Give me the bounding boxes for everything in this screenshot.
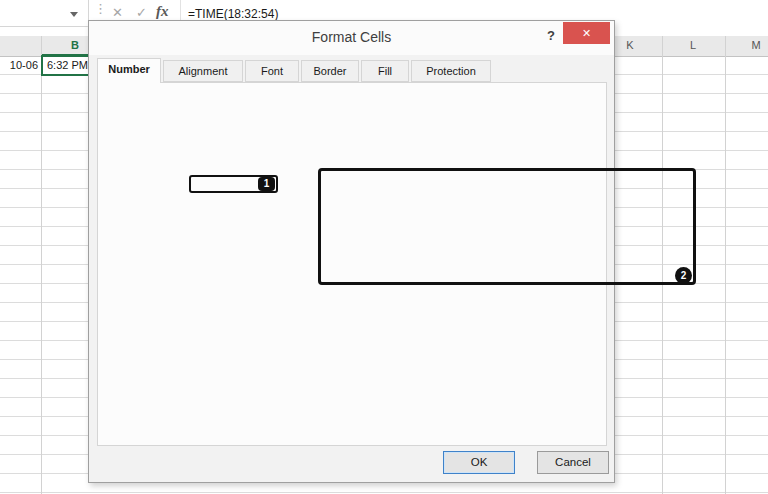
format-cells-dialog: Format Cells ? ✕ Number Alignment Font B… [88,20,615,483]
formula-bar-grip-icon: ⋮ [94,4,107,13]
gridline-vertical [41,36,42,494]
cell-a1[interactable]: 10-06 [0,59,38,71]
column-header-m[interactable]: M [751,39,760,51]
close-icon[interactable]: ✕ [563,22,610,44]
cancel-entry-icon[interactable]: ✕ [112,5,123,20]
gridline-vertical [725,36,726,494]
annotation-badge-1: 1 [258,177,275,191]
cancel-button[interactable]: Cancel [537,451,609,474]
tab-alignment[interactable]: Alignment [163,60,243,82]
ok-button[interactable]: OK [443,451,515,474]
name-box-dropdown-icon[interactable] [70,12,78,17]
annotation-badge-2: 2 [675,267,692,284]
dialog-title: Format Cells [89,29,614,45]
column-header-k[interactable]: K [626,39,633,51]
enter-entry-icon[interactable]: ✓ [136,5,147,20]
column-header-l[interactable]: L [690,39,696,51]
help-button[interactable]: ? [541,25,561,47]
name-box[interactable] [0,0,89,27]
tab-border[interactable]: Border [301,60,359,82]
tab-number[interactable]: Number [97,58,161,83]
tab-fill[interactable]: Fill [361,60,409,82]
annotation-outline-type [318,168,696,285]
dialog-title-bar: Format Cells ? ✕ [89,21,614,55]
insert-function-icon[interactable]: fx [156,3,169,20]
column-header-b[interactable]: B [71,39,79,51]
tab-font[interactable]: Font [245,60,299,82]
formula-input[interactable]: =TIME(18:32:54) [188,7,278,21]
tab-protection[interactable]: Protection [411,60,491,82]
